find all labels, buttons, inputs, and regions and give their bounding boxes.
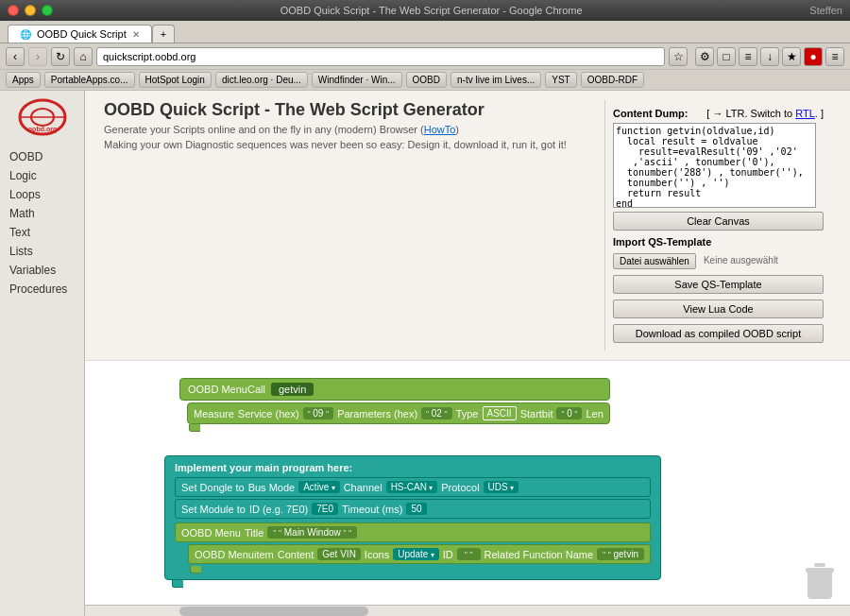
oobd-menuitem-block[interactable]: OOBD Menuitem Content Get VIN Icons Upda… xyxy=(188,544,651,564)
params-label: Parameters (hex) xyxy=(337,408,417,419)
channel-value: HS-CAN ▾ xyxy=(386,481,438,493)
tab-oobd-quick-script[interactable]: 🌐 OOBD Quick Script ✕ xyxy=(8,25,152,43)
toolbar-icon-6[interactable]: ● xyxy=(804,47,823,66)
maximize-button[interactable] xyxy=(42,5,53,16)
header-desc: Making your own Diagnostic sequences was… xyxy=(104,139,586,150)
sidebar-item-text[interactable]: Text xyxy=(0,223,84,242)
set-dongle-block[interactable]: Set Dongle to Bus Mode Active ▾ Channel … xyxy=(175,477,651,497)
bookmark-apps[interactable]: Apps xyxy=(6,72,41,88)
id-label: ID (e.g. 7E0) xyxy=(249,504,308,515)
measure-label: Measure xyxy=(194,408,234,419)
main-window-value: " " Main Window " " xyxy=(267,526,357,539)
oobd-menu-block[interactable]: OOBD Menu Title " " Main Window " " xyxy=(175,522,651,542)
menu-call-group: OOBD MenuCall getvin Measure Service (he… xyxy=(179,378,610,432)
import-label: Import QS-Template xyxy=(613,236,824,248)
logo-image: oobd.org xyxy=(18,98,67,136)
main-program-block[interactable]: Implement your main program here: Set Do… xyxy=(164,455,661,580)
window-title: OOBD Quick Script - The Web Script Gener… xyxy=(59,5,804,16)
sidebar-item-variables[interactable]: Variables xyxy=(0,261,84,280)
bookmark-hotspot[interactable]: HotSpot Login xyxy=(139,72,212,88)
set-module-block[interactable]: Set Module to ID (e.g. 7E0) 7E0 Timeout … xyxy=(175,499,651,519)
import-row: Datei auswählen Keine ausgewählt xyxy=(613,253,824,269)
set-dongle-label: Set Dongle to xyxy=(181,482,245,493)
howto-link[interactable]: HowTo xyxy=(424,124,456,135)
save-qs-template-button[interactable]: Save QS-Template xyxy=(613,275,824,294)
tab-label: OOBD Quick Script xyxy=(37,28,127,40)
close-button[interactable] xyxy=(8,5,19,16)
bookmark-yst[interactable]: YST xyxy=(545,72,576,88)
len-label: Len xyxy=(586,408,603,419)
new-tab[interactable]: + xyxy=(152,25,175,43)
sidebar-item-lists[interactable]: Lists xyxy=(0,242,84,261)
sidebar-item-oobd[interactable]: OOBD xyxy=(0,147,84,166)
reload-button[interactable]: ↻ xyxy=(51,47,70,66)
service-value-badge: " 09 " xyxy=(303,407,334,419)
oobd-menu-label: OOBD Menu xyxy=(181,527,241,539)
sidebar-item-math[interactable]: Math xyxy=(0,204,84,223)
connector-tab-1 xyxy=(189,424,200,432)
home-button[interactable]: ⌂ xyxy=(74,47,93,66)
bookmark-oobd-rdf[interactable]: OOBD-RDF xyxy=(581,72,644,88)
connector-tab-3 xyxy=(172,580,183,588)
icons-label: Icons xyxy=(365,549,389,560)
horizontal-scrollbar[interactable] xyxy=(85,605,850,616)
view-lua-code-button[interactable]: View Lua Code xyxy=(613,299,824,318)
right-panel: Content Dump: [ → LTR. Switch to RTL. ] … xyxy=(604,100,831,351)
timeout-value: 50 xyxy=(406,503,426,515)
toolbar-icon-7[interactable]: ≡ xyxy=(825,47,844,66)
toolbar-icon-5[interactable]: ★ xyxy=(782,47,801,66)
content-area: OOBD Quick Script - The Web Script Gener… xyxy=(85,91,850,616)
header-section: OOBD Quick Script - The Web Script Gener… xyxy=(85,91,850,361)
download-oobd-script-button[interactable]: Download as compiled OOBD script xyxy=(613,324,824,343)
bookmark-dict[interactable]: dict.leo.org · Deu... xyxy=(215,72,308,88)
minimize-button[interactable] xyxy=(25,5,36,16)
toolbar-icon-3[interactable]: ≡ xyxy=(739,47,757,66)
type-label: Type xyxy=(456,408,479,419)
menu-call-block[interactable]: OOBD MenuCall getvin xyxy=(179,378,610,401)
type-value: ASCII xyxy=(483,406,517,420)
tab-bar: 🌐 OOBD Quick Script ✕ + xyxy=(0,21,850,43)
content-dump-label: Content Dump: xyxy=(613,108,688,119)
sidebar-item-loops[interactable]: Loops xyxy=(0,185,84,204)
rtl-link[interactable]: RTL xyxy=(795,108,815,119)
measure-block[interactable]: Measure Service (hex) " 09 " Parameters … xyxy=(187,402,610,424)
toolbar-icon-2[interactable]: □ xyxy=(717,47,736,66)
protocol-label: Protocol xyxy=(441,482,479,493)
tab-close-icon[interactable]: ✕ xyxy=(132,29,140,40)
content-dump-textarea[interactable]: function getvin(oldvalue,id) local resul… xyxy=(613,123,816,208)
related-value: " " getvin xyxy=(597,548,644,560)
trash-icon[interactable] xyxy=(805,563,835,597)
user-name: Steffen xyxy=(809,5,842,16)
id-value: 7E0 xyxy=(312,503,338,515)
toolbar-icons: ⚙ □ ≡ ↓ ★ ● ≡ xyxy=(695,47,844,66)
related-label: Related Function Name xyxy=(484,549,594,560)
back-button[interactable]: ‹ xyxy=(6,47,25,66)
bookmark-portableapps[interactable]: PortableApps.co... xyxy=(44,72,135,88)
menu-call-value: getvin xyxy=(271,383,314,396)
url-bar[interactable] xyxy=(96,47,665,66)
menu-call-label: OOBD MenuCall xyxy=(188,384,265,395)
forward-button[interactable]: › xyxy=(28,47,47,66)
timeout-label: Timeout (ms) xyxy=(342,504,402,515)
canvas: OOBD MenuCall getvin Measure Service (he… xyxy=(85,361,850,616)
bookmark-star-icon[interactable]: ☆ xyxy=(669,47,688,66)
protocol-value: UDS ▾ xyxy=(484,481,518,493)
toolbar-icon-1[interactable]: ⚙ xyxy=(695,47,714,66)
main-program-title: Implement your main program here: xyxy=(175,462,651,473)
sidebar-item-procedures[interactable]: Procedures xyxy=(0,280,84,299)
connector-tab-2 xyxy=(190,566,201,573)
page-title: OOBD Quick Script - The Web Script Gener… xyxy=(104,100,586,120)
file-choose-button[interactable]: Datei auswählen xyxy=(613,253,696,269)
bookmark-windfinder[interactable]: Windfinder · Win... xyxy=(312,72,402,88)
bookmark-ntv[interactable]: n-tv live im Lives... xyxy=(450,72,541,88)
sidebar: oobd.org OOBD Logic Loops Math Text List… xyxy=(0,91,85,616)
clear-canvas-button[interactable]: Clear Canvas xyxy=(613,212,824,231)
bus-mode-value: Active ▾ xyxy=(298,481,339,493)
toolbar-icon-4[interactable]: ↓ xyxy=(760,47,779,66)
bookmark-oobd[interactable]: OOBD xyxy=(406,72,447,88)
scroll-thumb[interactable] xyxy=(179,607,368,616)
nav-bar: ‹ › ↻ ⌂ ☆ ⚙ □ ≡ ↓ ★ ● ≡ xyxy=(0,43,850,70)
bus-mode-label: Bus Mode xyxy=(248,482,296,493)
sidebar-item-logic[interactable]: Logic xyxy=(0,166,84,185)
startbit-value: " 0 " xyxy=(556,407,582,419)
